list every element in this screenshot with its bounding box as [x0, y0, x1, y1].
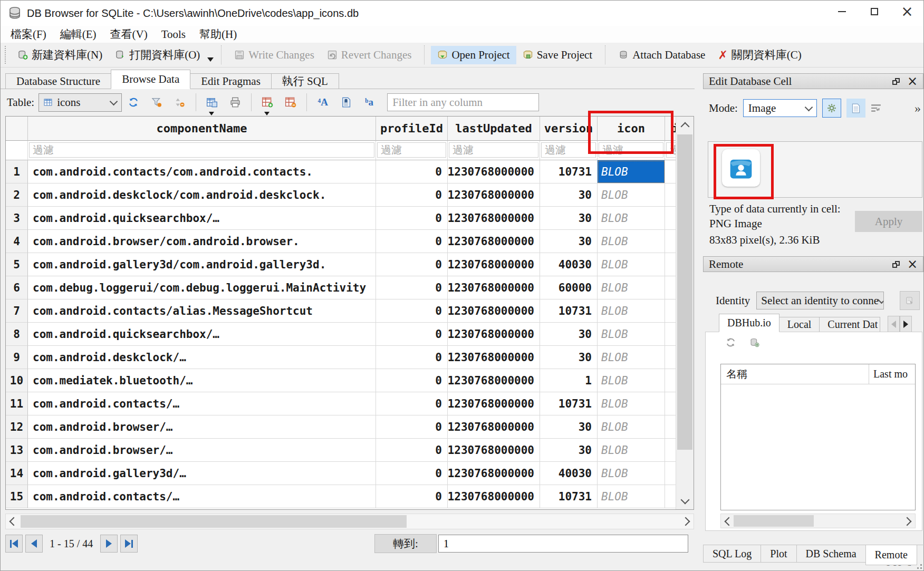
expand-toolbar-icon[interactable]: »	[915, 101, 920, 115]
filter-icon[interactable]: 過濾	[599, 142, 663, 158]
filter-profileId[interactable]: 過濾	[377, 142, 446, 158]
cell-version[interactable]: 1	[540, 369, 598, 392]
menu-view[interactable]: 查看(V)	[103, 27, 155, 42]
cell-lastUpdated[interactable]: 1230768000000	[448, 415, 540, 439]
cell-version[interactable]: 10731	[540, 392, 598, 415]
cell-icon-blob[interactable]: BLOB	[598, 439, 665, 462]
cell-componentName[interactable]: com.android.browser/com.android.browser.	[28, 230, 376, 253]
remote-refresh-icon[interactable]	[726, 337, 736, 347]
menu-tools[interactable]: Tools	[155, 28, 192, 41]
apply-button[interactable]: Apply	[855, 211, 922, 232]
cell-icon-blob[interactable]: BLOB	[598, 160, 665, 183]
tabs-scroll-left-button[interactable]	[888, 316, 900, 332]
horizontal-scrollbar-thumb[interactable]	[21, 515, 407, 528]
insert-record-dropdown-icon[interactable]	[264, 112, 270, 115]
cell-profileId[interactable]: 0	[376, 439, 448, 462]
cell-lastUpdated[interactable]: 1230768000000	[448, 462, 540, 485]
open-database-dropdown-icon[interactable]	[207, 57, 214, 62]
cell-version[interactable]: 40030	[540, 462, 598, 485]
cell-lastUpdated[interactable]: 1230768000000	[448, 439, 540, 462]
cell-componentName[interactable]: com.android.quicksearchbox/…	[28, 207, 376, 230]
menu-help[interactable]: 幫助(H)	[192, 27, 244, 42]
scroll-up-button[interactable]	[676, 117, 694, 133]
row-number[interactable]: 8	[6, 323, 28, 346]
font-button[interactable]: ⁴A	[315, 94, 331, 111]
cell-profileId[interactable]: 0	[376, 485, 448, 508]
cell-componentName[interactable]: com.android.contacts/com.android.contact…	[28, 160, 376, 183]
cell-version[interactable]: 40030	[540, 253, 598, 276]
row-number[interactable]: 14	[6, 462, 28, 485]
menu-file[interactable]: 檔案(F)	[4, 27, 53, 42]
cell-componentName[interactable]: com.android.contacts/…	[28, 392, 376, 415]
cell-componentName[interactable]: com.android.browser/…	[28, 415, 376, 439]
cell-profileId[interactable]: 0	[376, 299, 448, 323]
cell-componentName[interactable]: com.android.contacts/…	[28, 485, 376, 508]
cell-componentName[interactable]: com.android.deskclock/com.android.deskcl…	[28, 183, 376, 207]
tab-database-structure[interactable]: Database Structure	[5, 73, 111, 89]
cell-icon-blob[interactable]: BLOB	[598, 485, 665, 508]
row-number[interactable]: 1	[6, 160, 28, 183]
cell-version[interactable]: 30	[540, 346, 598, 369]
cell-lastUpdated[interactable]: 1230768000000	[448, 369, 540, 392]
identity-selector[interactable]: Select an identity to conne	[756, 292, 884, 309]
save-results-dropdown-icon[interactable]	[209, 112, 214, 115]
col-componentName[interactable]: componentName	[28, 117, 376, 141]
cell-icon-blob[interactable]: BLOB	[598, 392, 665, 415]
tab-remote[interactable]: Remote	[865, 545, 917, 565]
last-record-button[interactable]	[120, 535, 138, 553]
horizontal-scrollbar[interactable]	[5, 514, 694, 529]
cell-icon-blob[interactable]: BLOB	[598, 323, 665, 346]
cell-componentName[interactable]: com.android.gallery3d/…	[28, 462, 376, 485]
goto-button[interactable]: 轉到:	[374, 534, 437, 553]
cell-profileId[interactable]: 0	[376, 369, 448, 392]
filter-button[interactable]	[149, 94, 165, 111]
cell-componentName[interactable]: com.android.quicksearchbox/…	[28, 323, 376, 346]
cell-lastUpdated[interactable]: 1230768000000	[448, 207, 540, 230]
previous-record-button[interactable]	[25, 535, 43, 553]
word-wrap-icon[interactable]	[871, 104, 881, 112]
attach-database-button[interactable]: Attach Database	[612, 46, 711, 64]
filter-version[interactable]: 過濾	[541, 142, 596, 158]
col-icon[interactable]: icon	[598, 117, 665, 141]
tab-current-database[interactable]: Current Dat	[819, 317, 880, 332]
clear-sort-button[interactable]	[172, 94, 188, 111]
clone-database-icon[interactable]	[749, 337, 759, 347]
scroll-right-button[interactable]	[901, 514, 915, 529]
cell-icon-blob[interactable]: BLOB	[598, 253, 665, 276]
cell-icon-blob[interactable]: BLOB	[598, 276, 665, 299]
save-results-button[interactable]	[204, 94, 220, 111]
close-button[interactable]: ×	[891, 1, 923, 23]
maximize-button[interactable]	[858, 1, 891, 23]
minimize-button[interactable]	[825, 1, 858, 23]
tab-local[interactable]: Local	[779, 317, 820, 332]
float-dock-icon[interactable]	[892, 78, 900, 85]
close-dock-icon[interactable]: ×	[907, 75, 918, 88]
tab-dbhub[interactable]: DBHub.io	[719, 314, 779, 332]
vertical-scrollbar[interactable]	[676, 117, 694, 509]
cell-lastUpdated[interactable]: 1230768000000	[448, 253, 540, 276]
tab-db-schema[interactable]: DB Schema	[796, 545, 866, 563]
cell-componentName[interactable]: com.android.contacts/alias.MessageShortc…	[28, 299, 376, 323]
filter-lastUpdated[interactable]: 過濾	[449, 142, 538, 158]
cell-profileId[interactable]: 0	[376, 392, 448, 415]
table-selector[interactable]: icons	[38, 93, 122, 112]
delete-record-button[interactable]	[283, 94, 299, 111]
tab-browse-data[interactable]: Browse Data	[111, 70, 190, 89]
cell-version[interactable]: 30	[540, 323, 598, 346]
row-number[interactable]: 7	[6, 299, 28, 323]
cell-lastUpdated[interactable]: 1230768000000	[448, 299, 540, 323]
row-number[interactable]: 9	[6, 346, 28, 369]
cell-componentName[interactable]: com.debug.loggerui/com.debug.loggerui.Ma…	[28, 276, 376, 299]
cell-icon-blob[interactable]: BLOB	[598, 346, 665, 369]
auto-switch-mode-button[interactable]	[822, 99, 841, 118]
tabs-scroll-right-button[interactable]	[900, 316, 912, 332]
cell-lastUpdated[interactable]: 1230768000000	[448, 323, 540, 346]
cell-version[interactable]: 30	[540, 439, 598, 462]
tab-sql-log[interactable]: SQL Log	[703, 545, 761, 563]
filter-componentName[interactable]: 過濾	[29, 142, 374, 158]
cell-icon-blob[interactable]: BLOB	[598, 183, 665, 207]
open-project-button[interactable]: Open Project	[431, 46, 516, 64]
tab-plot[interactable]: Plot	[761, 545, 796, 563]
remote-horizontal-scrollbar[interactable]	[720, 514, 916, 528]
vertical-scrollbar-thumb[interactable]	[677, 134, 692, 450]
